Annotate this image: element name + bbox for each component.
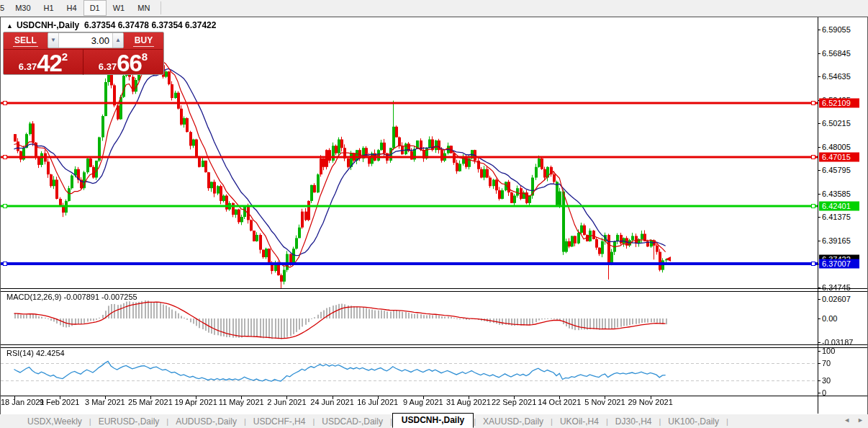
price-tick-dash xyxy=(818,241,820,241)
buy-button[interactable]: BUY xyxy=(124,35,163,45)
buy-price-sup: 8 xyxy=(142,50,148,63)
rsi-title: RSI(14) 42.4254 xyxy=(6,349,65,357)
timeframe-button-5[interactable]: 5 xyxy=(0,0,9,16)
hline-label: 6.52109 xyxy=(819,99,859,108)
price-tick-label: 6.45795 xyxy=(822,166,851,174)
date-label: 22 Sep 2021 xyxy=(492,398,536,406)
rsi-bottom-border xyxy=(1,396,867,396)
timeframe-button-h4[interactable]: H4 xyxy=(60,0,83,16)
rsi-tick-dash xyxy=(818,393,820,393)
price-tick-label: 6.43585 xyxy=(822,190,851,198)
sell-price-box[interactable]: 6.37422 xyxy=(4,49,83,75)
price-tick-dash xyxy=(818,53,820,54)
price-tick-label: 6.59055 xyxy=(822,25,851,34)
main-macd-separator[interactable] xyxy=(1,288,867,292)
chart-tab-xauusd-daily[interactable]: XAUUSD-,Daily xyxy=(476,416,551,427)
chart-tab-usdcnh-daily[interactable]: USDCNH-,Daily xyxy=(392,413,474,428)
chart-tab-uk100-daily[interactable]: UK100-,Daily xyxy=(661,416,726,427)
chart-tab-dj30-h4[interactable]: DJ30-,H4 xyxy=(608,416,659,427)
price-tick-dash xyxy=(818,217,820,218)
price-tick-dash xyxy=(818,194,820,195)
timeframe-button-mn[interactable]: MN xyxy=(131,0,156,16)
chart-tab-usdx-weekly[interactable]: USDX,Weekly xyxy=(20,416,89,427)
sell-button[interactable]: SELL xyxy=(4,35,48,45)
date-label: 2 Jun 2021 xyxy=(267,398,306,406)
volume-input[interactable] xyxy=(59,33,112,48)
price-tick-dash xyxy=(818,170,820,171)
price-tick-dash xyxy=(818,123,820,124)
sell-price-big: 42 xyxy=(37,53,62,74)
macd-tick-label: 0.00 xyxy=(822,314,837,323)
timeframe-toolbar: 5M30H1H4D1W1MN xyxy=(0,0,868,17)
chart-tab-bar: USDX,Weekly|EURUSD-,Daily|AUDUSD-,Daily|… xyxy=(0,414,868,428)
macd-tick-dash xyxy=(818,299,820,300)
chart-symbol-label: USDCNH-,Daily xyxy=(17,20,79,30)
date-label: 31 Aug 2021 xyxy=(446,398,491,406)
date-label: 3 Mar 2021 xyxy=(85,398,125,406)
date-label: 18 Jan 2021 xyxy=(1,398,45,406)
buy-price-big: 66 xyxy=(117,53,142,74)
date-label: 25 Mar 2021 xyxy=(128,398,173,406)
price-tick-dash xyxy=(818,147,820,148)
macd-tick-label: -0.03187 xyxy=(822,338,853,347)
buy-price-prefix: 6.37 xyxy=(99,61,117,72)
volume-decrease-icon[interactable]: ▼ xyxy=(48,33,59,48)
macd-rsi-separator[interactable] xyxy=(1,344,867,348)
timeframe-button-d1[interactable]: D1 xyxy=(83,0,107,16)
chart-tab-audusd-daily[interactable]: AUDUSD-,Daily xyxy=(168,416,244,427)
date-label: 29 Nov 2021 xyxy=(628,398,672,406)
price-tick-label: 6.50215 xyxy=(822,119,851,128)
tab-scroll-arrows: ◄ ► xyxy=(844,416,864,424)
price-tick-label: 6.54635 xyxy=(822,72,851,81)
date-label: 19 Apr 2021 xyxy=(174,398,217,406)
rsi-tick-label: 100 xyxy=(822,347,835,355)
sell-price-sup: 2 xyxy=(62,50,68,63)
volume-stepper: ▼ ▲ xyxy=(48,32,124,48)
macd-title: MACD(12,26,9) -0.007891 -0.007255 xyxy=(6,293,137,301)
price-tick-dash xyxy=(818,30,820,30)
tab-scroll-left-icon[interactable]: ◄ xyxy=(844,416,850,424)
trading-platform-window: 5M30H1H4D1W1MN ▲USDCNH-,Daily 6.37354 6.… xyxy=(0,0,868,428)
macd-tick-dash xyxy=(818,342,820,343)
price-tick-label: 6.34745 xyxy=(822,283,851,292)
hline-label: 6.47015 xyxy=(819,153,859,162)
rsi-tick-dash xyxy=(818,363,820,364)
macd-tick-label: 0.02607 xyxy=(822,295,851,303)
rsi-tick-label: 30 xyxy=(822,376,831,385)
price-tick-dash xyxy=(818,287,820,288)
chart-tab-ukoil-h4[interactable]: UKOil-,H4 xyxy=(553,416,606,427)
toolbar-separator xyxy=(161,1,161,14)
collapse-icon[interactable]: ▲ xyxy=(6,22,13,30)
price-tick-label: 6.48005 xyxy=(822,143,851,151)
timeframe-button-m30[interactable]: M30 xyxy=(9,0,37,16)
date-label: 24 Jun 2021 xyxy=(310,398,354,406)
price-tick-label: 6.41375 xyxy=(822,213,851,221)
rsi-tick-label: 0 xyxy=(822,388,826,397)
date-label: 11 May 2021 xyxy=(219,398,264,406)
timeframe-button-h1[interactable]: H1 xyxy=(37,0,60,16)
date-label: 9 Feb 2021 xyxy=(40,398,80,406)
rsi-tick-label: 70 xyxy=(822,359,831,367)
date-label: 9 Aug 2021 xyxy=(403,398,443,406)
rsi-tick-dash xyxy=(818,351,820,352)
hline-label: 6.42401 xyxy=(819,202,859,211)
date-label: 5 Nov 2021 xyxy=(584,398,625,406)
chart-header: ▲USDCNH-,Daily 6.37354 6.37478 6.37354 6… xyxy=(6,20,216,30)
chart-tab-eurusd-daily[interactable]: EURUSD-,Daily xyxy=(91,416,167,427)
tab-separator: | xyxy=(726,417,728,426)
chart-tab-usdchf-h4[interactable]: USDCHF-,H4 xyxy=(246,416,313,427)
chart-window: ▲USDCNH-,Daily 6.37354 6.37478 6.37354 6… xyxy=(0,17,868,415)
volume-increase-icon[interactable]: ▲ xyxy=(112,33,123,48)
buy-price-box[interactable]: 6.37668 xyxy=(83,49,163,75)
sell-price-prefix: 6.37 xyxy=(19,61,37,72)
chart-tab-usdcad-daily[interactable]: USDCAD-,Daily xyxy=(315,416,390,427)
timeframe-button-w1[interactable]: W1 xyxy=(107,0,132,16)
one-click-trade-panel: SELL ▼ ▲ BUY 6.37422 6.37668 xyxy=(3,32,164,75)
tab-scroll-right-icon[interactable]: ► xyxy=(857,416,864,424)
chart-ohlc-values: 6.37354 6.37478 6.37354 6.37422 xyxy=(84,20,217,30)
macd-tick-dash xyxy=(818,318,820,319)
price-tick-label: 6.39165 xyxy=(822,236,851,245)
hline-label: 6.37007 xyxy=(819,259,859,268)
price-tick-dash xyxy=(818,76,820,77)
price-tick-label: 6.56845 xyxy=(822,49,851,58)
